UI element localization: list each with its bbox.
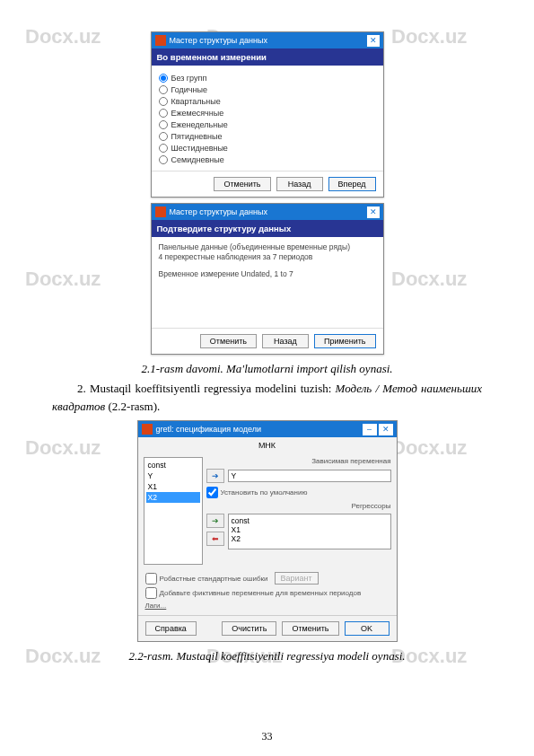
- radio-input[interactable]: [159, 144, 168, 153]
- radio-label: Годичные: [171, 85, 208, 94]
- info-line: 4 перекрестные наблюдения за 7 периодов: [159, 252, 376, 262]
- list-item[interactable]: X2: [146, 492, 200, 503]
- dialog-banner: Во временном измерении: [152, 48, 383, 66]
- variant-button[interactable]: Вариант: [275, 572, 319, 585]
- radio-option[interactable]: Шестидневные: [159, 144, 376, 153]
- radio-label: Квартальные: [171, 97, 221, 106]
- window-title: Мастер структуры данных: [170, 207, 367, 216]
- fixed-effects-checkbox[interactable]: [145, 587, 157, 599]
- radio-label: Без групп: [171, 74, 207, 83]
- ok-button[interactable]: OK: [345, 621, 390, 636]
- dialog-time-dimension: Мастер структуры данных ✕ Во временном и…: [151, 31, 384, 198]
- paragraph: 2. Mustaqil koeffitsiyentli regressiya m…: [52, 380, 482, 415]
- dialog-banner: Подтвердите структуру данных: [152, 220, 383, 237]
- forward-button[interactable]: Вперед: [328, 177, 376, 191]
- regressors-label: Регрессоры: [206, 502, 391, 510]
- radio-option[interactable]: Годичные: [159, 85, 376, 94]
- titlebar: gretl: спецификация модели: [138, 421, 397, 437]
- page-number: 33: [0, 730, 534, 743]
- variable-list[interactable]: constYX1X2: [144, 457, 203, 565]
- radio-label: Еженедельные: [171, 120, 228, 129]
- cancel-button[interactable]: Отменить: [282, 621, 338, 636]
- figure-caption: 2.1-rasm davomi. Ma'lumotlarni import qi…: [52, 362, 482, 376]
- arrow-right-icon[interactable]: ➔: [206, 469, 224, 483]
- add-arrow-icon[interactable]: ➔: [206, 514, 224, 528]
- close-icon[interactable]: [379, 424, 393, 435]
- info-line: Временное измерение Undated, 1 to 7: [159, 269, 376, 279]
- radio-input[interactable]: [159, 97, 168, 106]
- radio-option[interactable]: Квартальные: [159, 97, 376, 106]
- list-item[interactable]: Y: [146, 470, 200, 481]
- radio-label: Шестидневные: [171, 144, 228, 153]
- fixed-effects-label: Добавьте фиктивные переменные для времен…: [160, 589, 362, 597]
- list-item[interactable]: const: [146, 460, 200, 470]
- lags-link[interactable]: Лаги...: [145, 602, 167, 610]
- radio-input[interactable]: [159, 132, 168, 141]
- robust-label: Робастные стандартные ошибки: [160, 575, 268, 583]
- dialog-confirm-structure: Мастер структуры данных ✕ Подтвердите ст…: [151, 203, 384, 355]
- app-icon: [142, 424, 153, 435]
- minimize-icon[interactable]: [363, 424, 377, 435]
- para-suffix: (2.2-rasm).: [105, 400, 160, 413]
- radio-option[interactable]: Без групп: [159, 74, 376, 83]
- radio-label: Семидневные: [171, 155, 224, 164]
- list-item[interactable]: X1: [146, 481, 200, 492]
- dialog-model-spec: gretl: спецификация модели МНК constYX1X…: [137, 420, 398, 642]
- default-checkbox-label: Установить по умолчанию: [221, 488, 308, 497]
- app-icon: [155, 35, 166, 46]
- back-button[interactable]: Назад: [262, 334, 309, 348]
- robust-checkbox[interactable]: [145, 573, 157, 585]
- window-title: gretl: спецификация модели: [156, 425, 363, 434]
- help-button[interactable]: Справка: [145, 621, 197, 636]
- cancel-button[interactable]: Отменить: [200, 334, 257, 348]
- method-label: МНК: [138, 437, 397, 450]
- window-title: Мастер структуры данных: [170, 36, 367, 45]
- radio-option[interactable]: Семидневные: [159, 155, 376, 164]
- titlebar: Мастер структуры данных ✕: [152, 204, 383, 220]
- radio-input[interactable]: [159, 74, 168, 83]
- apply-button[interactable]: Применить: [314, 334, 376, 348]
- radio-input[interactable]: [159, 85, 168, 94]
- cancel-button[interactable]: Отменить: [214, 177, 270, 191]
- default-checkbox[interactable]: [206, 487, 218, 498]
- radio-input[interactable]: [159, 155, 168, 164]
- radio-label: Ежемесячные: [171, 109, 224, 118]
- para-prefix: 2. Mustaqil koeffitsiyentli regressiya m…: [77, 382, 336, 395]
- dependent-label: Зависимая переменная: [206, 457, 391, 465]
- radio-input[interactable]: [159, 109, 168, 118]
- regressors-list[interactable]: const X1 X2: [228, 514, 391, 549]
- radio-option[interactable]: Еженедельные: [159, 120, 376, 129]
- app-icon: [155, 207, 166, 217]
- info-line: Панельные данные (объединенные временные…: [159, 242, 376, 252]
- radio-option[interactable]: Пятидневные: [159, 132, 376, 141]
- clear-button[interactable]: Очистить: [222, 621, 276, 636]
- back-button[interactable]: Назад: [276, 177, 323, 191]
- close-icon[interactable]: ✕: [367, 35, 380, 47]
- radio-input[interactable]: [159, 120, 168, 129]
- remove-arrow-icon[interactable]: ⬅: [206, 532, 224, 546]
- close-icon[interactable]: ✕: [367, 207, 380, 218]
- figure-caption: 2.2-rasm. Mustaqil koeffitsiyentli regre…: [52, 649, 482, 664]
- radio-option[interactable]: Ежемесячные: [159, 109, 376, 118]
- radio-label: Пятидневные: [171, 132, 223, 141]
- titlebar: Мастер структуры данных ✕: [152, 32, 383, 48]
- dependent-input[interactable]: Y: [228, 470, 391, 482]
